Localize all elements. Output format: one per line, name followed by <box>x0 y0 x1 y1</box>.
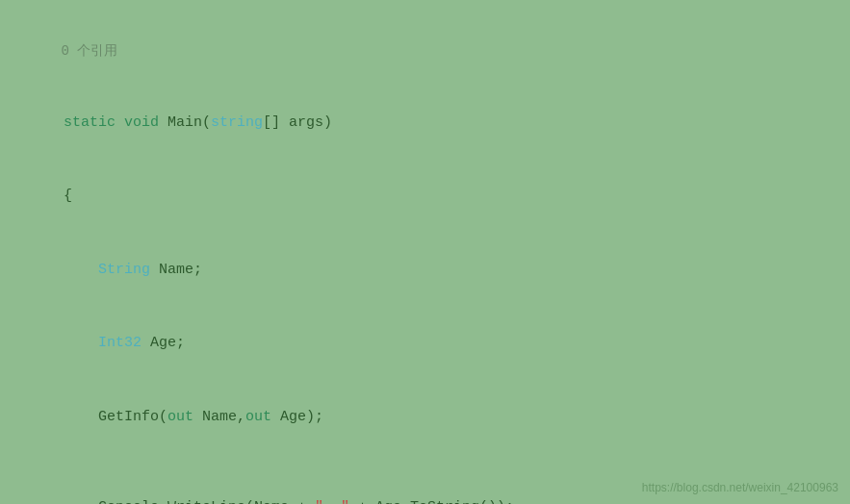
ref-count-1: 0 个引用 <box>29 17 821 86</box>
code-line-2: { <box>29 160 821 234</box>
code-line-3: String Name; <box>29 233 821 307</box>
code-line-blank-1 <box>29 454 821 471</box>
code-line-4: Int32 Age; <box>29 307 821 381</box>
code-line-5: GetInfo(out Name,out Age); <box>29 380 821 454</box>
code-container: 0 个引用 static void Main(string[] args) { … <box>0 0 850 504</box>
code-line-1: static void Main(string[] args) <box>29 86 821 160</box>
watermark: https://blog.csdn.net/weixin_42100963 <box>642 481 838 494</box>
